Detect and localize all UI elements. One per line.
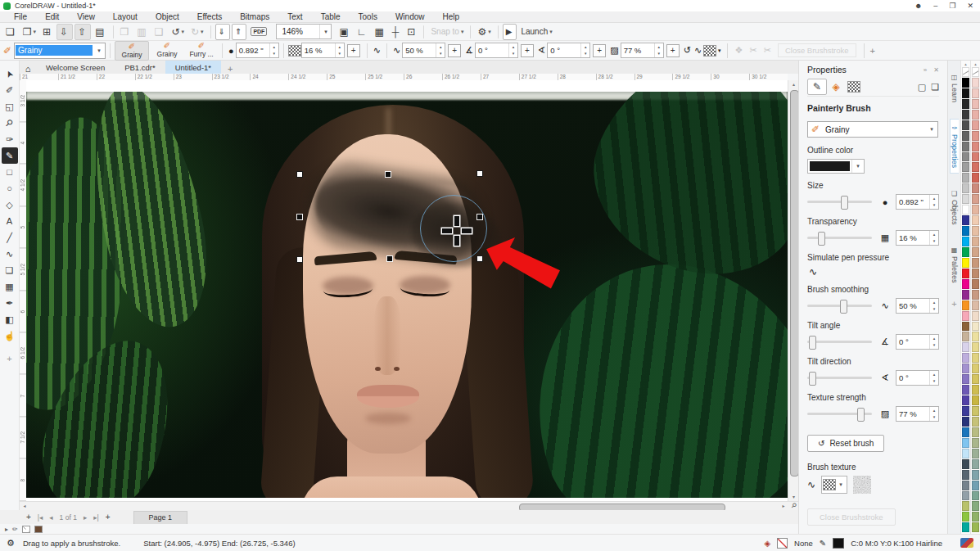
document-tab[interactable]: Untitled-1* [165,61,221,74]
page-nav-button[interactable]: ◂ [46,513,56,522]
toolbar-button[interactable]: ❐ [118,25,133,39]
horizontal-scrollbar[interactable]: ◂ ▸ [20,501,798,510]
color-swatch[interactable] [972,269,979,278]
reset-brush-button[interactable]: ↺ Reset brush [807,435,884,452]
tool-button[interactable]: ✎ [2,147,18,164]
color-swatch[interactable] [962,162,969,172]
color-swatch[interactable] [962,194,969,204]
color-swatch[interactable] [972,332,979,341]
scroll-view-icon[interactable]: ❏ [931,82,939,93]
color-swatch[interactable] [972,120,979,130]
docker-tab[interactable]: ▦Palettes [951,242,959,288]
color-swatch[interactable] [962,290,969,300]
toolbar-button[interactable] [113,25,114,38]
color-swatch[interactable] [972,522,979,532]
tool-button[interactable]: ❏ [2,262,18,278]
chevron-down-icon[interactable]: ▾ [319,25,331,38]
tool-button[interactable]: ✐ [2,82,18,98]
chevron-down-icon[interactable]: ▾ [718,47,721,54]
color-swatch[interactable] [962,247,969,257]
brush-style-button[interactable]: ✐Grainy [115,41,149,61]
toolbar-button[interactable]: PDF [248,25,271,39]
tool-button[interactable]: ✒ [2,295,18,311]
toolbar-button[interactable]: ↻▾ [188,25,206,39]
chevron-down-icon[interactable]: ▾ [926,126,937,133]
menu-item[interactable]: View [68,12,104,21]
color-swatch[interactable] [972,194,979,204]
color-swatch[interactable] [972,311,979,321]
close-button[interactable]: ✕ [967,2,973,10]
toolbar-button[interactable]: ▤ [93,25,108,39]
tool-button[interactable]: ◇ [2,196,18,213]
slider-track[interactable] [807,341,872,343]
color-swatch[interactable] [962,470,969,480]
menu-item[interactable]: File [5,12,36,21]
toolbar-button[interactable]: ⚙▾ [475,25,493,39]
tool-button[interactable]: ✑ [2,131,18,147]
toolbar-button[interactable]: Snap to▾ [428,25,466,39]
color-swatch[interactable] [962,279,969,289]
toolbar-button[interactable]: ▣ [336,25,352,39]
tilt-angle-pen-button[interactable]: + [521,44,534,57]
menu-item[interactable]: Object [147,12,188,21]
color-swatch[interactable] [962,491,969,501]
color-swatch[interactable] [962,237,969,246]
toolbar-button[interactable]: ∟ [355,25,371,39]
color-swatch[interactable] [962,183,969,193]
slider-track[interactable] [807,413,872,415]
transparency-spinner[interactable]: 16 % ▴▾ [301,43,345,58]
color-swatch[interactable] [962,205,969,215]
page-nav-button[interactable]: ▸ [80,513,90,522]
tool-button[interactable]: + [2,350,18,367]
tab-fill[interactable]: ◈ [827,79,845,94]
tool-button[interactable]: ➤ [2,65,18,82]
menu-item[interactable]: Effects [188,12,231,21]
color-swatch[interactable] [972,322,979,332]
selection-handle[interactable] [296,256,303,263]
color-swatch[interactable] [972,237,979,246]
color-swatch[interactable] [972,183,979,193]
add-docker-button[interactable]: + [951,299,956,309]
menu-item[interactable]: Help [434,12,469,21]
tilt-angle-spinner[interactable]: 0 ° ▴▾ [475,43,518,58]
slider-spinner[interactable]: 77 % ▴▾ [896,406,939,422]
toolbar-button[interactable]: ❐▾ [20,25,38,39]
tool-options-gear-icon[interactable]: ⚙ [7,538,15,549]
chevron-down-icon[interactable]: ▾ [851,160,864,173]
color-swatch[interactable] [972,501,979,511]
docker-tab[interactable]: ◫Learn [951,69,959,107]
color-swatch[interactable] [972,512,979,522]
tilt-direction-pen-button[interactable]: + [593,44,606,57]
color-swatch[interactable] [972,353,979,363]
tool-button[interactable]: ╱ [2,229,18,246]
tool-button[interactable]: ○ [2,180,18,196]
no-color-swatch[interactable] [972,67,979,77]
color-swatch[interactable] [972,290,979,300]
color-swatch[interactable] [962,258,969,268]
color-swatch[interactable] [962,322,969,332]
transparency-pen-pressure-button[interactable]: + [347,44,360,57]
brush-texture-dropdown[interactable]: ▾ [821,476,847,494]
tool-button[interactable]: ⚲ [2,115,18,131]
pen-pressure-stroke-icon[interactable]: ∿ [809,266,939,278]
color-swatch[interactable] [972,205,979,215]
color-swatch[interactable] [972,374,979,384]
color-swatch[interactable] [972,481,979,490]
chevron-icon[interactable]: ▸ [5,526,8,533]
color-swatch[interactable] [962,120,969,130]
color-swatch[interactable] [972,364,979,373]
slider-thumb[interactable] [841,196,848,210]
color-swatch[interactable] [962,215,969,225]
menu-item[interactable]: Edit [36,12,68,21]
slider-thumb[interactable] [809,372,816,386]
color-swatch[interactable] [962,385,969,395]
brush-style-button[interactable]: ✐Furry ... [185,41,218,59]
slider-thumb[interactable] [840,300,847,314]
slider-track[interactable] [807,377,872,379]
color-swatch[interactable] [972,459,979,469]
menu-item[interactable]: Window [386,12,434,21]
color-swatch[interactable] [972,110,979,120]
toolbar-button[interactable]: ┼ [390,25,404,39]
selection-handle[interactable] [386,255,393,262]
current-fill-swatch[interactable] [34,526,43,533]
